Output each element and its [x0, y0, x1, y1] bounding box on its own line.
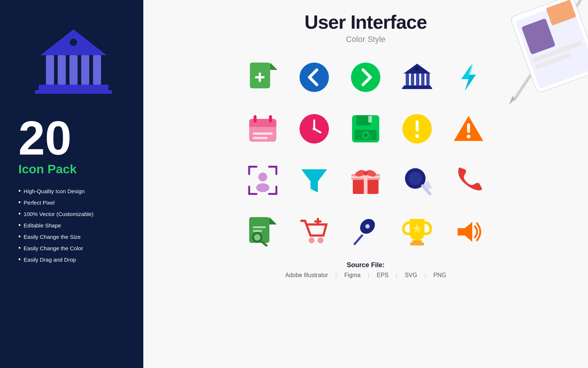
icon-face-scan	[241, 158, 285, 202]
divider-2: |	[368, 272, 369, 279]
icon-count: 20	[18, 114, 72, 162]
tablet-decoration	[485, 0, 588, 110]
divider-1: |	[335, 272, 337, 279]
svg-rect-5	[81, 55, 89, 85]
main-title: User Interface	[305, 11, 427, 33]
feature-item-1: High-Quality Icon Design	[18, 187, 93, 195]
svg-rect-37	[254, 115, 257, 123]
divider-3: |	[396, 272, 397, 279]
svg-rect-76	[253, 226, 266, 228]
svg-point-24	[415, 67, 419, 71]
feature-item-3: 100% Vector (Customizable)	[18, 210, 93, 218]
svg-point-79	[318, 237, 323, 243]
svg-rect-63	[351, 176, 380, 178]
svg-rect-4	[69, 55, 78, 85]
svg-marker-59	[301, 169, 327, 192]
svg-rect-2	[46, 55, 54, 85]
icon-file-add	[241, 55, 285, 99]
icon-pin	[344, 210, 388, 254]
svg-point-78	[309, 237, 315, 243]
icon-gift	[344, 158, 388, 202]
icon-warning	[447, 107, 491, 151]
svg-point-1	[70, 39, 77, 46]
svg-rect-39	[253, 132, 273, 135]
svg-rect-27	[416, 74, 419, 85]
svg-rect-38	[269, 115, 272, 123]
svg-rect-28	[421, 74, 424, 85]
icon-grid	[241, 55, 491, 254]
svg-point-21	[300, 63, 329, 92]
source-figma: Figma	[344, 272, 361, 279]
source-file-items: Adobe Illustrator | Figma | EPS | SVG | …	[285, 272, 446, 279]
source-png: PNG	[433, 272, 446, 279]
icon-lightning	[447, 55, 491, 99]
svg-rect-8	[35, 90, 112, 94]
svg-marker-18	[270, 63, 277, 70]
icon-chevron-right	[344, 55, 388, 99]
icon-cart-add	[292, 210, 336, 254]
icon-search-light	[395, 158, 439, 202]
svg-line-83	[355, 236, 362, 244]
svg-rect-31	[402, 87, 432, 89]
svg-rect-85	[412, 240, 422, 243]
icon-clock	[292, 107, 336, 151]
svg-rect-86	[410, 243, 424, 245]
svg-point-57	[258, 173, 267, 181]
source-illustrator: Adobe Illustrator	[285, 272, 328, 279]
svg-rect-26	[411, 74, 414, 85]
title-section: User Interface Color Style	[305, 11, 427, 44]
icon-calendar	[241, 107, 285, 151]
svg-point-53	[415, 134, 419, 138]
svg-rect-25	[406, 74, 409, 85]
svg-rect-36	[249, 123, 276, 127]
sub-title: Color Style	[305, 35, 427, 44]
feature-item-7: Easily Drag and Drop	[18, 256, 93, 263]
svg-point-66	[363, 171, 368, 176]
svg-point-50	[364, 133, 368, 137]
svg-rect-77	[253, 230, 262, 232]
feature-item-6: Easily Change the Color	[18, 244, 93, 252]
icon-filter	[292, 158, 336, 202]
icon-alert-circle	[395, 107, 439, 151]
svg-point-22	[351, 63, 380, 92]
pack-label: Icon Pack	[18, 162, 77, 176]
svg-rect-3	[58, 55, 66, 85]
icon-document-search	[241, 210, 285, 254]
svg-rect-47	[368, 116, 372, 123]
feature-list: High-Quality Icon Design Perfect Pixel 1…	[18, 187, 93, 267]
svg-marker-72	[269, 217, 277, 224]
icon-trophy	[395, 210, 439, 254]
svg-rect-52	[416, 120, 419, 131]
feature-item-5: Easily Change the Size	[18, 233, 93, 241]
icon-save	[344, 107, 388, 151]
source-eps: EPS	[377, 272, 388, 279]
feature-item-4: Editable Shape	[18, 222, 93, 229]
icon-building	[395, 55, 439, 99]
left-panel: 20 Icon Pack High-Quality Icon Design Pe…	[0, 0, 143, 368]
svg-rect-29	[426, 74, 430, 85]
right-panel: User Interface Color Style	[143, 0, 588, 368]
source-file-title: Source File:	[285, 261, 446, 269]
svg-rect-40	[253, 137, 268, 139]
svg-point-68	[409, 172, 422, 185]
source-file-section: Source File: Adobe Illustrator | Figma |…	[285, 261, 446, 279]
feature-item-2: Perfect Pixel	[18, 199, 93, 206]
source-svg: SVG	[405, 272, 417, 279]
icon-phone	[447, 158, 491, 202]
svg-point-56	[467, 135, 470, 138]
icon-volume	[447, 210, 491, 254]
svg-rect-55	[467, 123, 470, 133]
svg-point-74	[254, 234, 261, 241]
svg-rect-6	[93, 55, 101, 85]
icon-chevron-left	[292, 55, 336, 99]
svg-point-58	[256, 183, 269, 192]
svg-point-84	[365, 224, 370, 229]
svg-marker-88	[458, 222, 472, 242]
building-icon	[33, 22, 114, 96]
divider-4: |	[424, 272, 426, 279]
